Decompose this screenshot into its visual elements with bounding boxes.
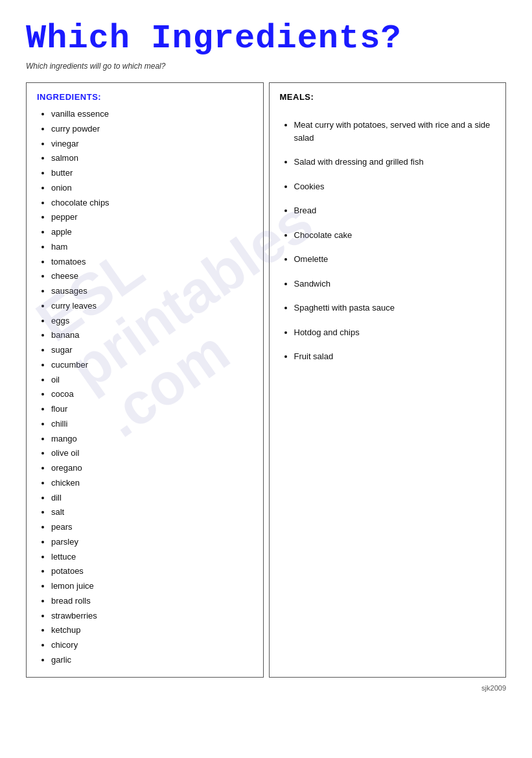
ingredients-box: INGREDIENTS: vanilla essencecurry powder… [26,82,264,678]
list-item: bread rolls [51,594,253,609]
list-item: chicken [51,476,253,491]
list-item: oregano [51,461,253,476]
list-item: Cookies [294,180,496,193]
list-item: dill [51,491,253,506]
page-title: Which Ingredients? [26,19,506,58]
list-item: parsley [51,535,253,550]
list-item: chicory [51,638,253,653]
list-item: ketchup [51,623,253,638]
list-item: ham [51,240,253,255]
list-item: curry powder [51,122,253,137]
list-item: garlic [51,653,253,668]
list-item: pears [51,520,253,535]
ingredients-list: vanilla essencecurry powdervinegarsalmon… [37,107,253,668]
list-item: butter [51,166,253,181]
list-item: vanilla essence [51,107,253,122]
list-item: salmon [51,151,253,166]
list-item: lemon juice [51,579,253,594]
meals-header: MEALS: [280,92,496,102]
list-item: eggs [51,314,253,329]
list-item: chilli [51,417,253,432]
list-item: pepper [51,210,253,225]
list-item: lettuce [51,550,253,565]
meals-list: Meat curry with potatoes, served with ri… [280,119,496,363]
content-columns: INGREDIENTS: vanilla essencecurry powder… [26,82,506,678]
list-item: banana [51,328,253,343]
list-item: Fruit salad [294,350,496,363]
list-item: Omelette [294,253,496,266]
list-item: salt [51,505,253,520]
list-item: mango [51,432,253,447]
meals-box: MEALS: Meat curry with potatoes, served … [269,82,507,678]
list-item: Salad with dressing and grilled fish [294,156,496,169]
list-item: flour [51,402,253,417]
page-subtitle: Which ingredients will go to which meal? [26,62,506,71]
list-item: Hotdog and chips [294,326,496,339]
list-item: Bread [294,204,496,217]
list-item: cocoa [51,387,253,402]
list-item: chocolate chips [51,196,253,211]
list-item: curry leaves [51,299,253,314]
list-item: sausages [51,284,253,299]
list-item: tomatoes [51,255,253,270]
list-item: Spaghetti with pasta sauce [294,302,496,314]
list-item: Sandwich [294,278,496,290]
list-item: olive oil [51,446,253,461]
list-item: onion [51,181,253,196]
list-item: Chocolate cake [294,229,496,242]
footer-text: sjk2009 [26,684,506,692]
list-item: sugar [51,343,253,358]
ingredients-header: INGREDIENTS: [37,92,253,102]
list-item: vinegar [51,137,253,152]
list-item: strawberries [51,609,253,624]
list-item: apple [51,225,253,240]
list-item: cucumber [51,358,253,373]
list-item: Meat curry with potatoes, served with ri… [294,119,496,144]
list-item: cheese [51,269,253,284]
list-item: oil [51,373,253,388]
list-item: potatoes [51,564,253,579]
